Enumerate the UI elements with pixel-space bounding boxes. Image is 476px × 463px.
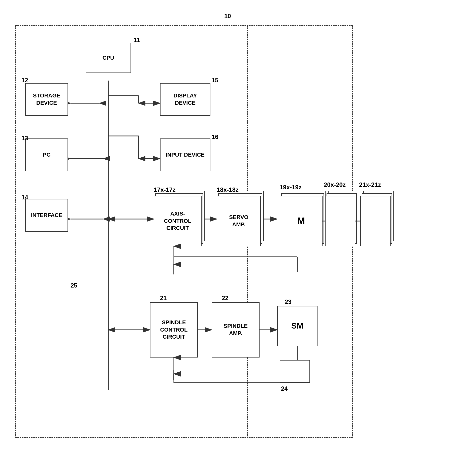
ref-11: 11 xyxy=(134,37,140,44)
pc-block: PC xyxy=(25,138,68,171)
ref-10: 10 xyxy=(224,13,231,20)
display-block: DISPLAYDEVICE xyxy=(160,83,210,116)
ref-21xz: 21x-21z xyxy=(359,181,381,188)
encoder-block xyxy=(325,196,355,246)
encoder2-block xyxy=(280,360,310,383)
ref-16: 16 xyxy=(212,133,218,140)
ref-14: 14 xyxy=(21,194,28,201)
cpu-block: CPU xyxy=(86,43,131,73)
ref-18: 18x-18z xyxy=(217,186,239,193)
motor-block: M xyxy=(280,196,323,246)
spindle-amp-block: SPINDLEAMP. xyxy=(212,302,260,358)
ref-19: 19x-19z xyxy=(280,184,302,191)
ref-15: 15 xyxy=(212,77,218,84)
ref-25: 25 xyxy=(71,282,77,289)
ref-22: 22 xyxy=(222,295,229,302)
ref-12: 12 xyxy=(21,77,28,84)
storage-block: STORAGEDEVICE xyxy=(25,83,68,116)
spindle-control-block: SPINDLECONTROLCIRCUIT xyxy=(150,302,198,358)
load-block xyxy=(360,196,391,246)
ref-24: 24 xyxy=(281,385,288,392)
input-block: INPUT DEVICE xyxy=(160,138,210,171)
ref-21: 21 xyxy=(160,295,167,302)
ref-23: 23 xyxy=(285,298,292,305)
interface-block: INTERFACE xyxy=(25,199,68,232)
ref-20: 20x-20z xyxy=(324,181,346,188)
axis-control-block: AXIS-CONTROLCIRCUIT xyxy=(154,196,202,246)
ref-17: 17x-17z xyxy=(154,186,176,193)
servo-amp-block: SERVOAMP. xyxy=(217,196,261,246)
diagram-container: 10 xyxy=(10,10,464,453)
sm-block: SM xyxy=(277,306,318,346)
ref-13: 13 xyxy=(21,135,28,142)
